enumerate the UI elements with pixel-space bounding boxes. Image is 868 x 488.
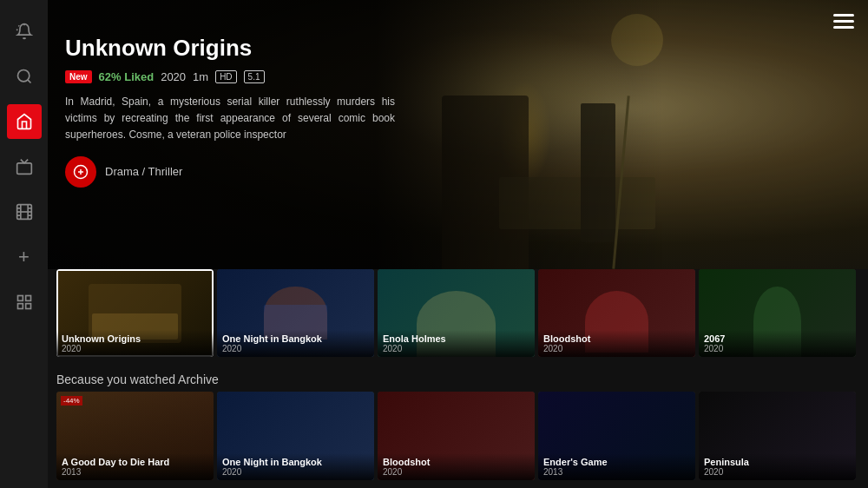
bell-icon[interactable] — [7, 14, 42, 49]
row-label-archive: Because you watched Archive — [48, 366, 868, 392]
card-info-bloodshot1: Bloodshot 2020 — [538, 330, 695, 357]
card-info-bangkok1: One Night in Bangkok 2020 — [217, 330, 374, 357]
add-icon[interactable]: + — [7, 240, 42, 274]
card-enders-game[interactable]: Ender's Game 2013 — [538, 392, 695, 479]
row-section-1: Unknown Origins 2020 — [48, 269, 868, 366]
card-title-enders: Ender's Game — [543, 457, 690, 467]
card-bloodshot-1[interactable]: Bloodshot 2020 — [538, 269, 695, 357]
card-title-bloodshot1: Bloodshot — [543, 333, 690, 344]
hero-description: In Madrid, Spain, a mysterious serial ki… — [65, 94, 395, 144]
svg-line-1 — [18, 25, 19, 26]
svg-point-3 — [17, 70, 29, 82]
card-enola-holmes[interactable]: Enola Holmes 2020 — [378, 269, 535, 357]
card-year-bangkok2: 2020 — [222, 467, 369, 477]
svg-rect-15 — [25, 296, 30, 301]
card-peninsula[interactable]: Peninsula 2020 — [699, 392, 856, 479]
svg-rect-17 — [25, 304, 30, 309]
card-year-unknown: 2020 — [62, 344, 208, 353]
hero-genre: Drama / Thriller — [65, 156, 395, 188]
card-title-peninsula: Peninsula — [704, 457, 851, 467]
hero-duration: 1m — [193, 70, 208, 83]
card-title-diehard: A Good Day to Die Hard — [62, 457, 208, 467]
card-year-2067: 2020 — [704, 344, 851, 353]
hero-section: Unknown Origins New 62% Liked 2020 1m HD… — [48, 0, 868, 269]
genre-icon — [65, 156, 96, 188]
film-icon[interactable] — [7, 195, 42, 229]
card-year-bloodshot1: 2020 — [543, 344, 690, 353]
liked-badge: 62% Liked — [99, 70, 155, 83]
card-title-bloodshot2: Bloodshot — [383, 457, 529, 467]
card-2067[interactable]: 2067 2020 — [699, 269, 856, 357]
card-year-diehard: 2013 — [62, 467, 208, 477]
card-info-enola: Enola Holmes 2020 — [378, 330, 535, 357]
card-one-night-2[interactable]: One Night in Bangkok 2020 — [217, 392, 374, 479]
card-info-2067: 2067 2020 — [699, 330, 856, 357]
new-badge: New — [65, 70, 92, 83]
svg-rect-5 — [16, 163, 31, 175]
card-title-unknown: Unknown Origins — [62, 333, 208, 344]
menu-button[interactable] — [833, 14, 854, 29]
card-die-hard[interactable]: -44% A Good Day to Die Hard 2013 — [56, 392, 214, 479]
card-info-bangkok2: One Night in Bangkok 2020 — [217, 453, 374, 480]
card-bloodshot-2[interactable]: Bloodshot 2020 — [378, 392, 535, 479]
audio-badge: 5.1 — [244, 70, 265, 83]
card-one-night-1[interactable]: One Night in Bangkok 2020 — [217, 269, 374, 357]
hero-meta: New 62% Liked 2020 1m HD 5.1 — [65, 70, 395, 83]
card-year-enders: 2013 — [543, 467, 690, 477]
hero-year: 2020 — [161, 70, 186, 83]
sidebar: + — [0, 0, 48, 488]
row-section-2: Because you watched Archive -44% A Good … — [48, 366, 868, 488]
card-info-bloodshot2: Bloodshot 2020 — [378, 453, 535, 480]
cards-row-1: Unknown Origins 2020 — [48, 269, 868, 357]
content-rows: Unknown Origins 2020 — [48, 269, 868, 488]
cards-row-2: -44% A Good Day to Die Hard 2013 — [48, 392, 868, 479]
card-year-enola: 2020 — [383, 344, 529, 353]
main-content: Unknown Origins New 62% Liked 2020 1m HD… — [48, 0, 868, 488]
svg-rect-16 — [17, 304, 23, 309]
card-title-bangkok2: One Night in Bangkok — [222, 457, 369, 467]
card-unknown-origins[interactable]: Unknown Origins 2020 — [56, 269, 214, 357]
card-year-bloodshot2: 2020 — [383, 467, 529, 477]
svg-rect-14 — [17, 296, 23, 301]
card-title-bangkok1: One Night in Bangkok — [222, 333, 369, 344]
card-info-diehard: A Good Day to Die Hard 2013 — [56, 453, 214, 480]
tv-icon[interactable] — [7, 149, 42, 184]
svg-line-4 — [27, 80, 30, 83]
hero-title: Unknown Origins — [65, 35, 395, 62]
hd-badge: HD — [215, 70, 236, 83]
card-info-peninsula: Peninsula 2020 — [699, 453, 856, 480]
hero-content: Unknown Origins New 62% Liked 2020 1m HD… — [65, 35, 395, 188]
grid-icon[interactable] — [7, 285, 42, 320]
card-title-enola: Enola Holmes — [383, 333, 529, 344]
search-icon[interactable] — [7, 59, 42, 94]
genre-label: Drama / Thriller — [105, 165, 182, 178]
card-year-peninsula: 2020 — [704, 467, 851, 477]
card-title-2067: 2067 — [704, 333, 851, 344]
card-info-enders: Ender's Game 2013 — [538, 453, 695, 480]
card-year-bangkok1: 2020 — [222, 344, 369, 353]
home-icon[interactable] — [7, 104, 42, 139]
card-info-unknown: Unknown Origins 2020 — [56, 330, 214, 357]
